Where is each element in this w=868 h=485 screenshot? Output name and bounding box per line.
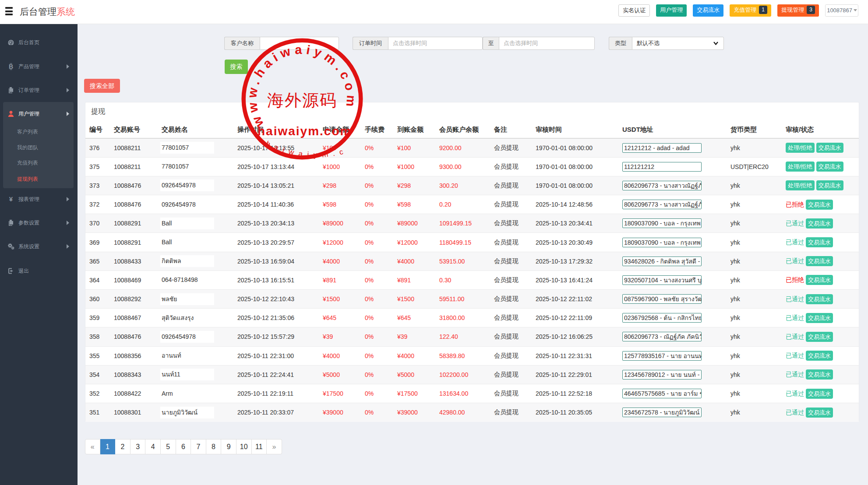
svg-text:B: B <box>9 63 13 70</box>
